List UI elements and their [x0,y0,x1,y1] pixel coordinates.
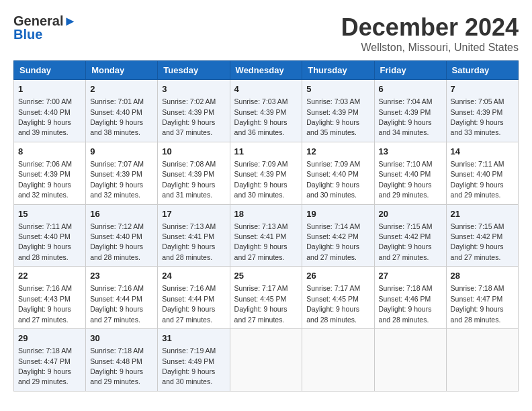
table-row: 11 Sunrise: 7:09 AM Sunset: 4:39 PM Dayl… [230,142,302,204]
day-number: 16 [90,208,153,220]
daylight: Daylight: 9 hours and 37 minutes. [162,118,215,136]
table-row [374,329,446,392]
sunrise: Sunrise: 7:19 AM [162,347,216,355]
day-number: 8 [18,146,81,158]
daylight: Daylight: 9 hours and 29 minutes. [90,367,143,385]
sunrise: Sunrise: 7:05 AM [451,97,504,105]
daylight: Daylight: 9 hours and 39 minutes. [18,118,71,136]
table-row: 23 Sunrise: 7:16 AM Sunset: 4:44 PM Dayl… [86,267,158,329]
sunrise: Sunrise: 7:15 AM [379,222,433,230]
sunset: Sunset: 4:40 PM [306,170,359,178]
sunset: Sunset: 4:40 PM [90,108,142,116]
daylight: Daylight: 9 hours and 32 minutes. [18,181,71,199]
table-row: 13 Sunrise: 7:10 AM Sunset: 4:40 PM Dayl… [374,142,446,204]
table-row: 19 Sunrise: 7:14 AM Sunset: 4:42 PM Dayl… [302,204,374,267]
daylight: Daylight: 9 hours and 28 minutes. [162,242,215,261]
sunrise: Sunrise: 7:13 AM [162,222,216,230]
sunset: Sunset: 4:39 PM [234,108,287,116]
sunset: Sunset: 4:39 PM [379,108,431,116]
sunrise: Sunrise: 7:10 AM [379,160,433,168]
sunset: Sunset: 4:47 PM [451,295,503,303]
sunset: Sunset: 4:39 PM [451,108,503,116]
table-row: 28 Sunrise: 7:18 AM Sunset: 4:47 PM Dayl… [446,267,518,329]
table-row: 9 Sunrise: 7:07 AM Sunset: 4:39 PM Dayli… [86,142,158,204]
day-number: 14 [451,146,514,158]
title-section: December 2024 Wellston, Missouri, United… [341,13,519,54]
table-row: 3 Sunrise: 7:02 AM Sunset: 4:39 PM Dayli… [158,80,230,142]
table-row: 8 Sunrise: 7:06 AM Sunset: 4:39 PM Dayli… [14,142,86,204]
sunrise: Sunrise: 7:11 AM [451,160,504,168]
daylight: Daylight: 9 hours and 30 minutes. [234,181,287,199]
sunset: Sunset: 4:42 PM [451,232,503,240]
calendar-header-row: Sunday Monday Tuesday Wednesday Thursday… [14,61,519,80]
daylight: Daylight: 9 hours and 27 minutes. [379,242,432,261]
day-number: 18 [234,208,298,220]
daylight: Daylight: 9 hours and 35 minutes. [306,118,359,136]
header-friday: Friday [374,61,446,80]
daylight: Daylight: 9 hours and 27 minutes. [306,242,359,261]
sunset: Sunset: 4:39 PM [234,170,287,178]
sunrise: Sunrise: 7:11 AM [18,222,72,230]
table-row: 24 Sunrise: 7:16 AM Sunset: 4:44 PM Dayl… [158,267,230,329]
header-monday: Monday [86,61,158,80]
sunset: Sunset: 4:40 PM [18,108,71,116]
sunrise: Sunrise: 7:00 AM [18,97,72,105]
sunset: Sunset: 4:44 PM [162,295,214,303]
table-row [446,329,518,392]
sunset: Sunset: 4:44 PM [90,295,142,303]
page-title: December 2024 [341,13,519,42]
daylight: Daylight: 9 hours and 27 minutes. [451,242,504,261]
sunrise: Sunrise: 7:15 AM [451,222,504,230]
daylight: Daylight: 9 hours and 29 minutes. [451,181,504,199]
day-number: 15 [18,208,81,220]
table-row: 27 Sunrise: 7:18 AM Sunset: 4:46 PM Dayl… [374,267,446,329]
sunset: Sunset: 4:40 PM [90,232,142,240]
day-number: 30 [90,332,153,345]
header-tuesday: Tuesday [158,61,230,80]
table-row: 16 Sunrise: 7:12 AM Sunset: 4:40 PM Dayl… [86,204,158,267]
table-row: 1 Sunrise: 7:00 AM Sunset: 4:40 PM Dayli… [14,80,86,142]
daylight: Daylight: 9 hours and 30 minutes. [306,181,359,199]
calendar-week-row: 8 Sunrise: 7:06 AM Sunset: 4:39 PM Dayli… [14,142,519,204]
day-number: 17 [162,208,225,220]
daylight: Daylight: 9 hours and 27 minutes. [18,305,71,323]
table-row: 5 Sunrise: 7:03 AM Sunset: 4:39 PM Dayli… [302,80,374,142]
day-number: 24 [162,270,225,282]
sunset: Sunset: 4:43 PM [18,295,71,303]
daylight: Daylight: 9 hours and 30 minutes. [162,367,215,385]
sunrise: Sunrise: 7:17 AM [234,284,288,292]
daylight: Daylight: 9 hours and 33 minutes. [451,118,504,136]
day-number: 11 [234,146,298,158]
sunrise: Sunrise: 7:18 AM [90,347,144,355]
sunset: Sunset: 4:46 PM [379,295,431,303]
table-row: 4 Sunrise: 7:03 AM Sunset: 4:39 PM Dayli… [230,80,302,142]
daylight: Daylight: 9 hours and 28 minutes. [451,305,504,323]
calendar-week-row: 1 Sunrise: 7:00 AM Sunset: 4:40 PM Dayli… [14,80,519,142]
table-row: 17 Sunrise: 7:13 AM Sunset: 4:41 PM Dayl… [158,204,230,267]
sunrise: Sunrise: 7:09 AM [306,160,360,168]
sunrise: Sunrise: 7:08 AM [162,160,216,168]
page-subtitle: Wellston, Missouri, United States [341,42,519,54]
day-number: 22 [18,270,81,282]
day-number: 10 [162,146,225,158]
sunrise: Sunrise: 7:16 AM [18,284,72,292]
sunrise: Sunrise: 7:18 AM [18,347,72,355]
sunset: Sunset: 4:39 PM [306,108,359,116]
calendar-week-row: 15 Sunrise: 7:11 AM Sunset: 4:40 PM Dayl… [14,204,519,267]
table-row: 15 Sunrise: 7:11 AM Sunset: 4:40 PM Dayl… [14,204,86,267]
sunset: Sunset: 4:45 PM [306,295,359,303]
header: General► Blue December 2024 Wellston, Mi… [13,13,519,54]
table-row: 26 Sunrise: 7:17 AM Sunset: 4:45 PM Dayl… [302,267,374,329]
day-number: 6 [379,83,442,95]
sunrise: Sunrise: 7:16 AM [162,284,216,292]
day-number: 28 [451,270,514,282]
sunset: Sunset: 4:40 PM [379,170,431,178]
table-row: 29 Sunrise: 7:18 AM Sunset: 4:47 PM Dayl… [14,329,86,392]
daylight: Daylight: 9 hours and 28 minutes. [90,242,143,261]
daylight: Daylight: 9 hours and 31 minutes. [162,181,215,199]
daylight: Daylight: 9 hours and 38 minutes. [90,118,143,136]
daylight: Daylight: 9 hours and 27 minutes. [234,242,287,261]
header-sunday: Sunday [14,61,86,80]
sunset: Sunset: 4:39 PM [162,170,214,178]
sunrise: Sunrise: 7:18 AM [451,284,504,292]
